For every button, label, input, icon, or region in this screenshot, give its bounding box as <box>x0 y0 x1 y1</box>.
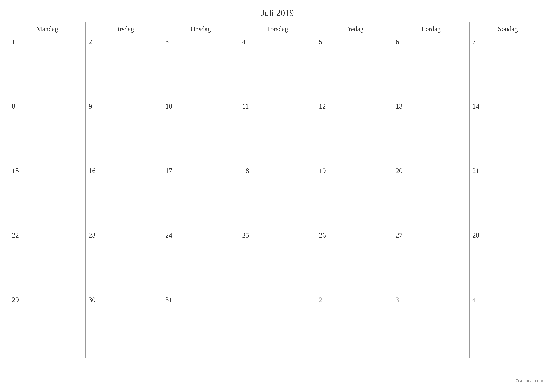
day-cell-other-month: 2 <box>316 294 393 358</box>
calendar-body: 1 2 3 4 5 6 7 8 9 10 11 12 13 14 15 16 1… <box>9 36 546 358</box>
day-cell: 31 <box>162 294 239 358</box>
day-cell: 19 <box>316 165 393 229</box>
weekday-header-row: Mandag Tirsdag Onsdag Torsdag Fredag Lør… <box>9 22 546 36</box>
weekday-header: Tirsdag <box>86 22 162 36</box>
day-cell: 13 <box>393 100 469 165</box>
day-cell: 29 <box>9 294 86 358</box>
calendar-grid: Mandag Tirsdag Onsdag Torsdag Fredag Lør… <box>9 22 546 358</box>
week-row: 1 2 3 4 5 6 7 <box>9 36 546 100</box>
calendar-title: Juli 2019 <box>9 6 546 22</box>
day-cell-other-month: 4 <box>469 294 546 358</box>
day-cell: 25 <box>239 229 316 294</box>
day-cell: 23 <box>86 229 162 294</box>
day-cell: 28 <box>469 229 546 294</box>
day-cell: 1 <box>9 36 86 100</box>
footer-attribution: 7calendar.com <box>516 378 543 383</box>
day-cell: 10 <box>162 100 239 165</box>
week-row: 22 23 24 25 26 27 28 <box>9 229 546 294</box>
day-cell: 7 <box>469 36 546 100</box>
day-cell: 14 <box>469 100 546 165</box>
day-cell: 8 <box>9 100 86 165</box>
week-row: 15 16 17 18 19 20 21 <box>9 165 546 229</box>
weekday-header: Søndag <box>469 22 546 36</box>
day-cell: 15 <box>9 165 86 229</box>
weekday-header: Lørdag <box>393 22 469 36</box>
day-cell: 5 <box>316 36 393 100</box>
day-cell: 18 <box>239 165 316 229</box>
weekday-header: Onsdag <box>162 22 239 36</box>
weekday-header: Torsdag <box>239 22 316 36</box>
day-cell: 12 <box>316 100 393 165</box>
day-cell: 6 <box>393 36 469 100</box>
day-cell-other-month: 1 <box>239 294 316 358</box>
week-row: 29 30 31 1 2 3 4 <box>9 294 546 358</box>
weekday-header: Fredag <box>316 22 393 36</box>
day-cell: 21 <box>469 165 546 229</box>
weekday-header: Mandag <box>9 22 86 36</box>
day-cell: 30 <box>86 294 162 358</box>
day-cell: 11 <box>239 100 316 165</box>
day-cell: 22 <box>9 229 86 294</box>
day-cell: 16 <box>86 165 162 229</box>
day-cell-other-month: 3 <box>393 294 469 358</box>
day-cell: 26 <box>316 229 393 294</box>
week-row: 8 9 10 11 12 13 14 <box>9 100 546 165</box>
day-cell: 9 <box>86 100 162 165</box>
day-cell: 27 <box>393 229 469 294</box>
day-cell: 17 <box>162 165 239 229</box>
day-cell: 20 <box>393 165 469 229</box>
day-cell: 3 <box>162 36 239 100</box>
day-cell: 24 <box>162 229 239 294</box>
day-cell: 2 <box>86 36 162 100</box>
day-cell: 4 <box>239 36 316 100</box>
